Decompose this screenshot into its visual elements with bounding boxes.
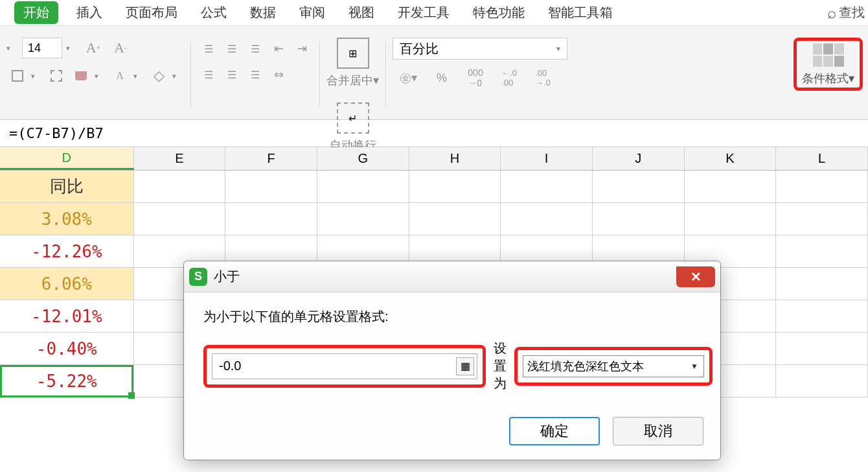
col-header-J[interactable]: J <box>593 147 685 170</box>
fill-dropdown[interactable]: ▾ <box>95 72 106 80</box>
set-to-label: 设置为 <box>492 340 508 392</box>
conditional-format-button[interactable]: 条件格式▾ <box>794 38 863 91</box>
formula-bar[interactable]: =(C7-B7)/B7 <box>0 120 868 147</box>
menu-formula[interactable]: 公式 <box>189 0 238 25</box>
chevron-down-icon: ▾ <box>556 44 560 53</box>
dialog-titlebar[interactable]: S 小于 ✕ <box>184 261 720 292</box>
valign-top-button[interactable]: ☰ <box>198 39 220 58</box>
conditional-format-icon <box>813 43 844 67</box>
wrap-text-button[interactable]: ↵ 自动换行 <box>326 102 379 153</box>
range-picker-icon: ▦ <box>461 360 470 372</box>
style-frame: 浅红填充色深红色文本 <box>514 347 713 386</box>
menu-review[interactable]: 审阅 <box>288 0 337 25</box>
cancel-button[interactable]: 取消 <box>613 417 703 445</box>
col-header-E[interactable]: E <box>134 147 226 170</box>
halign-right-button[interactable]: ☰ <box>244 65 266 84</box>
font-color-dropdown[interactable]: ▾ <box>133 72 145 80</box>
col-header-K[interactable]: K <box>685 147 777 170</box>
menu-insert[interactable]: 插入 <box>65 0 114 25</box>
threshold-input[interactable] <box>212 354 456 379</box>
menu-special[interactable]: 特色功能 <box>461 0 536 25</box>
font-group: ▾ 14 ▾ A+ A- ▾ ▾ A ▾ ◇ ▾ <box>0 38 190 119</box>
format-style-select[interactable]: 浅红填充色深红色文本 <box>523 355 704 377</box>
menu-view[interactable]: 视图 <box>337 0 386 25</box>
decrease-font-button[interactable]: A- <box>109 38 132 58</box>
col-header-F[interactable]: F <box>225 147 317 170</box>
distribute-button[interactable]: ⇔ <box>268 65 290 84</box>
number-format-select[interactable]: 百分比 ▾ <box>393 38 567 60</box>
close-button[interactable]: ✕ <box>676 266 715 287</box>
decrease-indent-button[interactable]: ⇤ <box>268 39 290 58</box>
border-button[interactable] <box>6 66 29 86</box>
col-header-L[interactable]: L <box>776 147 868 170</box>
cell[interactable]: -0.40% <box>0 333 133 365</box>
fill-icon <box>75 71 87 80</box>
col-header-H[interactable]: H <box>409 147 501 170</box>
cell[interactable]: -12.01% <box>0 300 133 333</box>
cell[interactable]: 6.06% <box>0 268 133 300</box>
font-family-dropdown[interactable]: ▾ <box>6 44 18 53</box>
search-label: 查找 <box>839 4 865 21</box>
merge-center-button[interactable]: ⊞ 合并居中▾ <box>326 38 379 88</box>
outline-border-button[interactable] <box>45 66 67 86</box>
col-header-D[interactable]: D <box>0 147 134 170</box>
align-group: ☰ ☰ ☰ ⇤ ⇥ ☰ ☰ ☰ ⇔ <box>191 38 319 119</box>
dialog-prompt: 为小于以下值的单元格设置格式: <box>203 308 701 325</box>
dialog-footer: 确定 取消 <box>184 405 720 460</box>
threshold-input-wrap: ▦ <box>212 353 477 379</box>
decrease-decimal-button[interactable]: ←.0.00 <box>494 67 525 88</box>
number-format-group: 百分比 ▾ ㊎▾ % 000→0 ←.0.00 .00→.0 <box>386 38 574 119</box>
menu-devtools[interactable]: 开发工具 <box>386 0 461 25</box>
cell[interactable]: -12.26% <box>0 235 133 268</box>
col-header-G[interactable]: G <box>317 147 409 170</box>
menu-search[interactable]: ⌕ 查找 <box>827 4 868 22</box>
halign-center-button[interactable]: ☰ <box>221 65 243 84</box>
font-color-button[interactable]: A <box>109 66 131 86</box>
cell[interactable] <box>134 203 225 235</box>
conditional-format-label: 条件格式▾ <box>802 71 854 86</box>
menu-start[interactable]: 开始 <box>14 1 58 24</box>
ribbon: ▾ 14 ▾ A+ A- ▾ ▾ A ▾ ◇ ▾ ☰ ☰ ☰ ⇤ ⇥ ☰ <box>0 26 868 120</box>
column-D-cells: 同比3.08%-12.26%6.06%-12.01%-0.40%-5.22% <box>0 171 134 397</box>
dialog-body: 为小于以下值的单元格设置格式: ▦ 设置为 浅红填充色深红色文本 <box>184 292 720 405</box>
cell[interactable] <box>134 171 225 203</box>
border-dropdown[interactable]: ▾ <box>31 72 43 80</box>
font-size-input[interactable]: 14 <box>22 38 62 58</box>
menu-bar: 开始 插入 页面布局 公式 数据 审阅 视图 开发工具 特色功能 智能工具箱 ⌕… <box>0 0 868 26</box>
font-size-dropdown[interactable]: ▾ <box>66 44 78 53</box>
cell[interactable] <box>225 203 317 235</box>
menu-pagelayout[interactable]: 页面布局 <box>114 0 189 25</box>
cell[interactable]: 同比 <box>0 171 133 203</box>
increase-font-button[interactable]: A+ <box>82 38 105 58</box>
wps-logo-icon: S <box>189 268 207 286</box>
search-icon: ⌕ <box>827 4 836 22</box>
cell[interactable] <box>225 171 317 203</box>
increase-indent-button[interactable]: ⇥ <box>291 39 313 58</box>
valign-middle-button[interactable]: ☰ <box>221 39 243 58</box>
menu-data[interactable]: 数据 <box>238 0 288 25</box>
merge-wrap-group: ⊞ 合并居中▾ ↵ 自动换行 <box>320 38 385 119</box>
range-picker-button[interactable]: ▦ <box>456 357 474 375</box>
cell[interactable]: 3.08% <box>0 203 133 235</box>
outline-border-icon <box>51 70 62 82</box>
wrap-icon: ↵ <box>337 102 369 134</box>
eraser-button[interactable]: ◇ <box>148 66 170 86</box>
column-headers: D E F G H I J K L <box>0 147 868 171</box>
value-frame: ▦ <box>203 345 486 388</box>
ok-button[interactable]: 确定 <box>509 417 600 445</box>
valign-bottom-button[interactable]: ☰ <box>244 39 266 58</box>
increase-decimal-button[interactable]: .00→.0 <box>527 67 558 88</box>
comma-button[interactable]: 000→0 <box>460 67 491 88</box>
halign-left-button[interactable]: ☰ <box>198 65 220 84</box>
currency-button[interactable]: ㊎▾ <box>393 67 424 88</box>
merge-icon: ⊞ <box>337 38 369 69</box>
cell[interactable]: -5.22% <box>0 365 133 397</box>
format-style-value: 浅红填充色深红色文本 <box>527 359 644 374</box>
percent-button[interactable]: % <box>426 67 457 88</box>
number-format-value: 百分比 <box>400 40 439 58</box>
fill-color-button[interactable] <box>70 66 92 86</box>
eraser-dropdown[interactable]: ▾ <box>172 72 184 80</box>
dialog-title: 小于 <box>214 268 240 285</box>
menu-smartbox[interactable]: 智能工具箱 <box>536 0 624 25</box>
col-header-I[interactable]: I <box>501 147 593 170</box>
